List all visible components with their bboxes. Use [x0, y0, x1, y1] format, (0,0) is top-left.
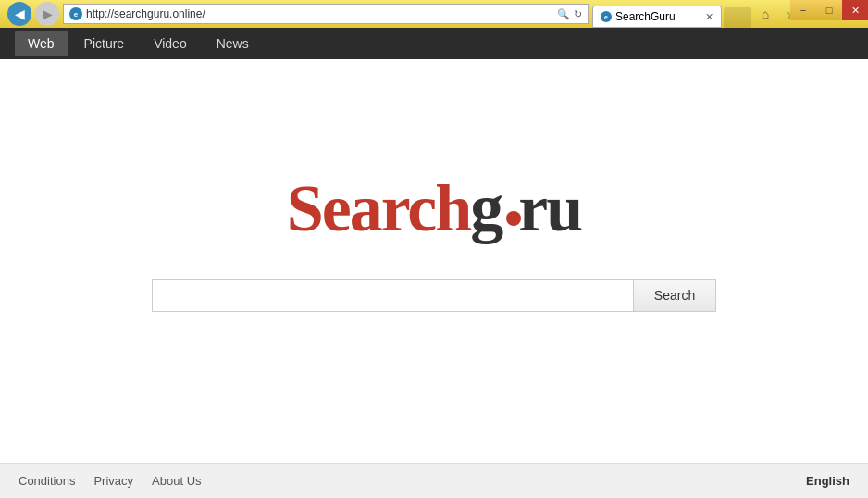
logo: Searchgru — [287, 170, 582, 244]
browser-window: ◀ ▶ e http://searchguru.online/ 🔍 ↻ e Se… — [0, 0, 868, 498]
active-tab[interactable]: e SearchGuru ✕ — [592, 6, 722, 28]
nav-tab-video[interactable]: Video — [141, 31, 200, 56]
nav-tab-web[interactable]: Web — [15, 31, 68, 56]
address-bar[interactable]: e http://searchguru.online/ 🔍 ↻ — [63, 4, 589, 24]
tab-ie-icon: e — [601, 11, 612, 22]
back-button[interactable]: ◀ — [7, 2, 31, 26]
footer-about-link[interactable]: About Us — [152, 474, 201, 488]
search-input[interactable] — [152, 279, 633, 312]
ie-logo-icon: e — [69, 7, 82, 20]
footer: Conditions Privacy About Us English — [0, 463, 868, 498]
nav-tab-picture[interactable]: Picture — [71, 31, 138, 56]
maximize-button[interactable]: □ — [816, 0, 842, 20]
logo-container: Searchgru — [287, 174, 582, 242]
forward-button[interactable]: ▶ — [35, 2, 59, 26]
url-text: http://searchguru.online/ — [86, 7, 553, 20]
tab-title: SearchGuru — [615, 10, 676, 23]
main-content: Searchgru Search — [0, 59, 868, 463]
new-tab-placeholder[interactable] — [724, 7, 751, 28]
page-body: Web Picture Video News Searchgru Search … — [0, 28, 868, 498]
nav-tabs: Web Picture Video News — [0, 28, 868, 59]
close-button[interactable]: ✕ — [842, 0, 868, 20]
refresh-icon[interactable]: ↻ — [574, 8, 582, 20]
logo-dot — [506, 211, 521, 226]
search-button[interactable]: Search — [633, 279, 716, 312]
tab-close-button[interactable]: ✕ — [705, 11, 713, 23]
logo-guru-text: gru — [470, 171, 581, 245]
search-address-icon: 🔍 — [557, 8, 570, 20]
nav-tab-news[interactable]: News — [204, 31, 262, 56]
window-controls: − □ ✕ — [790, 0, 868, 20]
language-selector[interactable]: English — [806, 474, 849, 488]
logo-search-text: Search — [287, 171, 471, 245]
footer-privacy-link[interactable]: Privacy — [93, 474, 133, 488]
search-area: Search — [152, 279, 716, 312]
footer-conditions-link[interactable]: Conditions — [19, 474, 75, 488]
minimize-button[interactable]: − — [790, 0, 816, 20]
title-bar: ◀ ▶ e http://searchguru.online/ 🔍 ↻ e Se… — [0, 0, 868, 28]
home-icon[interactable]: ⌂ — [755, 4, 775, 24]
address-bar-area: e http://searchguru.online/ 🔍 ↻ — [63, 4, 589, 24]
tab-strip: e SearchGuru ✕ — [592, 0, 751, 28]
